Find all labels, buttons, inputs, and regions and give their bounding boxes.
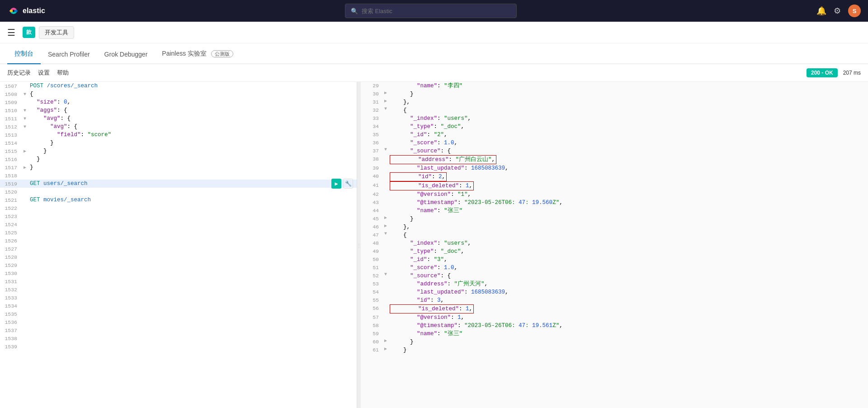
notification-icon[interactable]: 🔔 (816, 6, 826, 16)
response-line-number: 35 (361, 131, 382, 139)
dev-badge: 款 (23, 27, 35, 38)
response-content: "@timestamp": "2023-05-26T06: 47: 19.561… (389, 322, 563, 330)
hamburger-icon[interactable]: ☰ (7, 27, 15, 38)
user-avatar[interactable]: S (848, 5, 861, 17)
response-content: "_source": { (389, 272, 451, 280)
elastic-logo-text: elastic (23, 7, 45, 15)
panel-divider[interactable]: ⋮ (357, 82, 361, 408)
response-fold-icon[interactable]: ▶ (382, 98, 389, 104)
secondary-nav: ☰ 款 开发工具 (0, 22, 868, 43)
fold-icon[interactable]: ▼ (22, 92, 28, 97)
editor-line: 1531 (0, 277, 357, 285)
history-button[interactable]: 历史记录 (7, 67, 31, 79)
fold-icon[interactable]: ▶ (22, 148, 28, 154)
response-line-number: 60 (361, 338, 382, 346)
wrench-button[interactable]: 🔧 (343, 179, 353, 189)
left-panel[interactable]: 1507POST /scores/_search1508▼{1509 "size… (0, 82, 357, 408)
response-fold-icon[interactable]: ▼ (382, 106, 389, 111)
line-number: 1510 (0, 108, 22, 114)
response-line: 50 "_id": "3", (361, 256, 868, 264)
response-content: { (389, 231, 407, 239)
help-button[interactable]: 帮助 (57, 67, 69, 79)
editor-line: 1539 (0, 342, 357, 351)
response-line: 59 "name": "张三" (361, 330, 868, 338)
response-content: "_id": "2", (389, 131, 448, 139)
code-content: "size": 0, (28, 99, 357, 105)
code-content: } (28, 140, 357, 146)
editor-line: 1534 (0, 302, 357, 310)
response-line-number: 52 (361, 272, 382, 280)
response-line-number: 32 (361, 106, 382, 114)
response-content: "_score": 1.0, (389, 139, 458, 147)
response-fold-icon[interactable]: ▶ (382, 215, 389, 220)
line-number: 1507 (0, 83, 22, 89)
line-number: 1516 (0, 157, 22, 162)
global-search-bar[interactable]: 🔍 (345, 4, 517, 18)
response-line-number: 58 (361, 322, 382, 330)
response-line-number: 49 (361, 247, 382, 256)
line-number: 1520 (0, 189, 22, 195)
response-line: 40 "id": 2, (361, 172, 868, 181)
dev-tools-button[interactable]: 开发工具 (39, 26, 74, 39)
response-line: 39 "last_updated": 1685083639, (361, 164, 868, 172)
response-line: 35 "_id": "2", (361, 131, 868, 139)
response-line: 61▶ } (361, 346, 868, 354)
tab-console[interactable]: 控制台 (7, 44, 41, 64)
response-line-number: 29 (361, 82, 382, 90)
settings-button[interactable]: 设置 (38, 67, 50, 79)
line-number: 1528 (0, 254, 22, 260)
editor-line: 1525 (0, 228, 357, 237)
response-content: "last_updated": 1685083639, (389, 164, 509, 172)
right-panel[interactable]: 29 "name": "李四"30▶ }31▶ },32▼ {33 "_inde… (361, 82, 868, 408)
elastic-logo[interactable]: elastic (7, 5, 45, 17)
line-number: 1521 (0, 197, 22, 203)
share-icon[interactable]: ⚙ (834, 6, 841, 16)
response-content: "address": "广州天河", (389, 280, 488, 288)
response-line: 31▶ }, (361, 98, 868, 106)
response-line-number: 45 (361, 215, 382, 223)
tab-painless-lab[interactable]: Painless 实验室 公测版 (155, 44, 241, 64)
response-fold-icon[interactable]: ▼ (382, 147, 389, 152)
response-line: 32▼ { (361, 106, 868, 114)
code-content: GET users/_search (28, 180, 357, 187)
tab-bar: 控制台 Search Profiler Grok Debugger Painle… (0, 43, 868, 64)
response-fold-icon[interactable]: ▶ (382, 90, 389, 95)
response-fold-icon[interactable]: ▶ (382, 223, 389, 228)
editor-line: 1523 (0, 212, 357, 220)
fold-icon[interactable]: ▼ (22, 108, 28, 113)
editor-line: 1517▶} (0, 163, 357, 171)
response-line: 58 "@timestamp": "2023-05-26T06: 47: 19.… (361, 322, 868, 330)
line-number: 1539 (0, 344, 22, 350)
editor-line: 1535 (0, 310, 357, 318)
response-fold-icon[interactable]: ▶ (382, 346, 389, 351)
response-content: } (389, 338, 414, 346)
fold-icon[interactable]: ▶ (22, 165, 28, 170)
tab-grok-debugger[interactable]: Grok Debugger (97, 45, 155, 64)
response-line: 52▼ "_source": { (361, 272, 868, 280)
response-content: } (389, 215, 414, 223)
editor-line: 1509 "size": 0, (0, 98, 357, 106)
tab-search-profiler[interactable]: Search Profiler (41, 45, 97, 64)
response-fold-icon[interactable]: ▶ (382, 338, 389, 343)
editor-line: 1524 (0, 220, 357, 228)
search-input[interactable] (362, 8, 511, 14)
line-number: 1511 (0, 116, 22, 122)
top-nav-left: elastic (7, 5, 45, 17)
response-line: 54 "last_updated": 1685083639, (361, 288, 868, 296)
response-line: 57 "@version": 1, (361, 313, 868, 322)
fold-icon[interactable]: ▼ (22, 124, 28, 129)
response-fold-icon[interactable]: ▼ (382, 231, 389, 236)
run-button[interactable]: ▶ (331, 179, 341, 189)
line-number: 1515 (0, 148, 22, 154)
code-content: { (28, 91, 357, 97)
editor-line: 1536 (0, 318, 357, 326)
svg-point-2 (14, 9, 18, 12)
response-line: 55 "id": 3, (361, 296, 868, 304)
svg-point-1 (9, 9, 13, 12)
response-line-number: 31 (361, 98, 382, 106)
response-fold-icon[interactable]: ▼ (382, 272, 389, 277)
response-content: "_id": "3", (389, 256, 448, 264)
editor-line: 1508▼{ (0, 90, 357, 98)
editor-line: 1507POST /scores/_search (0, 82, 357, 90)
fold-icon[interactable]: ▼ (22, 116, 28, 121)
